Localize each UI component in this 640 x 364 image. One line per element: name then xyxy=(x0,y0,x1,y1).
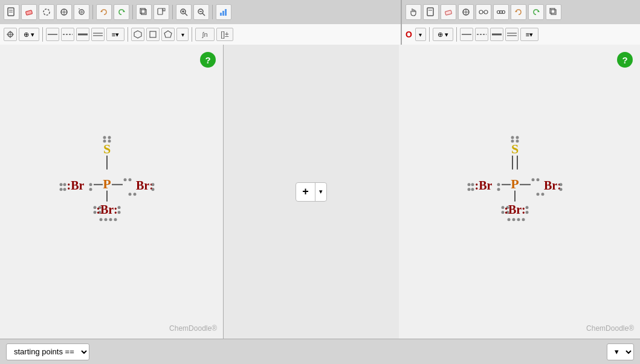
middle-panel: + ▾ xyxy=(224,45,399,339)
svg-point-72 xyxy=(89,188,92,191)
select-btn[interactable] xyxy=(4,28,17,41)
right-dropdown[interactable]: ▾ xyxy=(607,343,634,360)
stats-btn[interactable] xyxy=(216,4,231,20)
ring-dropdown-btn[interactable]: ▾ xyxy=(176,28,189,41)
svg-rect-3 xyxy=(25,10,32,15)
svg-point-79 xyxy=(128,193,131,196)
svg-point-108 xyxy=(559,183,562,186)
single-bond-r-btn[interactable] xyxy=(460,28,473,41)
rotate-btn[interactable] xyxy=(74,4,89,20)
svg-point-117 xyxy=(525,206,528,209)
dashed-bond-btn[interactable] xyxy=(61,28,74,41)
crosshair-btn[interactable]: ⊕ ▾ xyxy=(19,28,39,41)
single-bond-btn[interactable] xyxy=(46,28,59,41)
undo-r-btn[interactable] xyxy=(511,4,526,20)
svg-point-68 xyxy=(63,188,66,191)
undo-btn[interactable] xyxy=(96,4,112,20)
crosshair-r-btn[interactable]: ⊕ ▾ xyxy=(433,28,453,41)
left-toolbar-row1 xyxy=(0,0,401,24)
svg-point-76 xyxy=(128,178,131,181)
transform-btn[interactable] xyxy=(56,4,72,20)
right-toolbar-row2: O ▾ ⊕ ▾ ≡▾ xyxy=(402,24,640,45)
zoom-in-btn[interactable] xyxy=(176,4,192,20)
svg-point-71 xyxy=(89,183,92,186)
left-molecule-svg: S :Br P xyxy=(51,124,172,244)
left-help-btn[interactable]: ? xyxy=(200,52,216,68)
square-btn[interactable] xyxy=(146,28,160,41)
sep1 xyxy=(92,5,93,19)
lasso-btn[interactable] xyxy=(39,4,54,20)
left-canvas-panel: ? S xyxy=(0,45,224,339)
svg-point-109 xyxy=(559,188,562,191)
redo-r-btn[interactable] xyxy=(528,4,544,20)
sulfur-label: S xyxy=(103,141,110,156)
eraser-btn[interactable] xyxy=(21,4,37,20)
svg-point-86 xyxy=(117,206,120,209)
bold-bond-btn[interactable] xyxy=(76,28,89,41)
svg-point-80 xyxy=(133,193,136,196)
svg-rect-17 xyxy=(158,8,163,14)
svg-point-87 xyxy=(117,211,120,214)
right-help-btn[interactable]: ? xyxy=(617,52,633,68)
3d-btn[interactable] xyxy=(136,4,152,20)
svg-point-47 xyxy=(484,10,488,14)
br-right-label: Br: xyxy=(136,178,154,191)
svg-point-90 xyxy=(109,218,112,221)
elem-dropdown-btn[interactable]: ▾ xyxy=(415,28,426,41)
toolbar-area: ⊕ ▾ ≡▾ xyxy=(0,0,640,45)
right-chemdoodle-label: ChemDoodle® xyxy=(586,324,634,333)
left-toolbar-row2: ⊕ ▾ ≡▾ xyxy=(0,24,401,45)
ring-r-btn[interactable] xyxy=(458,4,474,20)
svg-point-9 xyxy=(81,11,83,13)
bottom-bar: starting points == ▾ xyxy=(0,339,640,364)
multi-bond-btn[interactable]: ≡▾ xyxy=(106,28,124,41)
redo-btn[interactable] xyxy=(114,4,129,20)
starting-points-dropdown[interactable]: starting points == xyxy=(6,343,89,360)
svg-rect-26 xyxy=(220,13,222,16)
phosphorus-r-label: P xyxy=(511,176,519,191)
svg-point-65 xyxy=(108,136,111,139)
canvas-area: ? S xyxy=(0,45,640,339)
double-bond-btn[interactable] xyxy=(91,28,105,41)
svg-point-107 xyxy=(536,178,539,181)
double-bond-r-btn[interactable] xyxy=(505,28,519,41)
svg-point-70 xyxy=(59,188,62,191)
chain1-r-btn[interactable] xyxy=(476,4,491,20)
svg-marker-39 xyxy=(164,31,172,37)
freehand-btn[interactable]: ∫n xyxy=(195,28,215,41)
bold-bond-r-btn[interactable] xyxy=(490,28,503,41)
svg-point-106 xyxy=(531,178,534,181)
hand-btn[interactable] xyxy=(406,4,421,20)
right-toolbar-row1 xyxy=(402,0,640,24)
file-r-btn[interactable] xyxy=(423,4,439,20)
sep5 xyxy=(42,27,43,42)
svg-point-67 xyxy=(63,183,66,186)
bracket-btn[interactable]: []± xyxy=(216,28,233,41)
svg-point-121 xyxy=(517,218,520,221)
3d-r-btn[interactable] xyxy=(546,4,561,20)
right-molecule: S :Br P xyxy=(459,124,580,247)
svg-line-24 xyxy=(202,13,205,16)
pentagon-btn[interactable] xyxy=(161,28,175,41)
svg-rect-42 xyxy=(445,10,451,15)
svg-rect-54 xyxy=(551,10,556,14)
app-container: ⊕ ▾ ≡▾ xyxy=(0,0,640,364)
svg-point-95 xyxy=(516,136,519,139)
svg-point-100 xyxy=(467,183,470,186)
pencil-r-btn[interactable] xyxy=(441,4,456,20)
plus-arrow-icon: ▾ xyxy=(315,183,326,201)
dashed-bond-r-btn[interactable] xyxy=(475,28,488,41)
multi-bond-r-btn[interactable]: ≡▾ xyxy=(520,28,538,41)
svg-point-89 xyxy=(104,218,107,221)
hexagon-btn[interactable] xyxy=(131,28,144,41)
sep-r2 xyxy=(456,27,457,42)
import-btn[interactable] xyxy=(154,4,169,20)
svg-point-110 xyxy=(536,193,539,196)
zoom-out-btn[interactable] xyxy=(193,4,209,20)
plus-button[interactable]: + ▾ xyxy=(296,182,327,202)
left-chemdoodle-label: ChemDoodle® xyxy=(169,324,217,333)
sep-r1 xyxy=(429,27,430,42)
svg-point-118 xyxy=(525,211,528,214)
chain2-r-btn[interactable] xyxy=(493,4,509,20)
file-btn[interactable] xyxy=(4,4,19,20)
